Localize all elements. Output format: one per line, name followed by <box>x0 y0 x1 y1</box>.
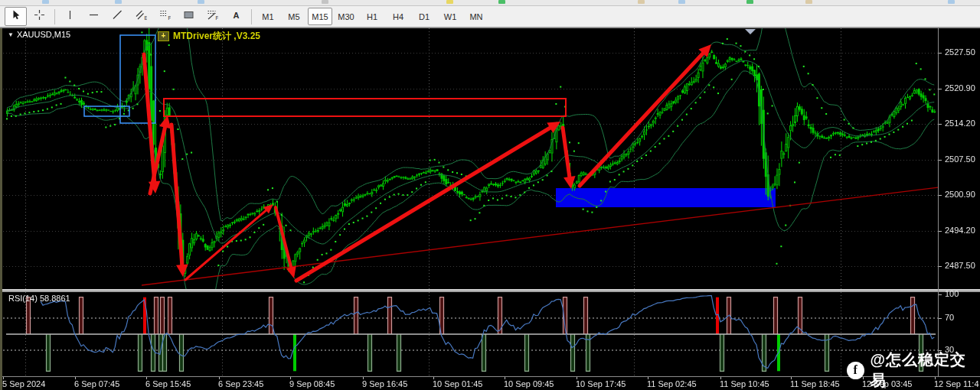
time-axis-tick <box>146 377 147 379</box>
time-axis-tick <box>577 377 577 379</box>
rsi-level-label: 100 <box>945 289 959 298</box>
toolbar-icon-fragment <box>638 0 645 4</box>
tool-cursor-button[interactable] <box>5 7 27 26</box>
price-axis-tick <box>939 53 942 54</box>
svg-text:A: A <box>234 11 240 20</box>
time-axis-tick <box>75 377 76 379</box>
svg-text:F: F <box>216 15 218 21</box>
toolbar-icon-fragment <box>805 0 812 4</box>
watermark: f @怎么稳定交易 <box>847 349 980 390</box>
tf-M5-button[interactable]: M5 <box>282 8 306 25</box>
toolbar-icon-fragment <box>746 0 753 4</box>
time-axis-tick <box>3 377 4 379</box>
main-chart-canvas[interactable] <box>0 28 938 290</box>
indicator-plus-icon[interactable]: + <box>158 31 169 41</box>
price-axis-label: 2514.20 <box>945 119 975 128</box>
trendline-icon <box>112 9 123 24</box>
time-axis-label: 11 Sep 10:45 <box>720 379 769 388</box>
tool-vline-button[interactable] <box>59 7 81 26</box>
tool-trendline-button[interactable] <box>106 7 129 26</box>
chart-symbol-label: ▼ XAUUSD,M15 <box>8 30 70 39</box>
time-axis-label: 11 Sep 02:45 <box>647 379 697 388</box>
price-axis-tick <box>939 195 942 196</box>
price-axis-tick <box>939 124 942 125</box>
window-left-edge <box>0 28 2 390</box>
time-axis-tick <box>290 377 291 379</box>
tf-M1-button[interactable]: M1 <box>256 8 280 25</box>
time-axis-label: 10 Sep 17:45 <box>576 379 626 388</box>
timeframe-button-group: M1M5M15M30H1H4D1W1MN <box>255 8 489 25</box>
tf-M15-button[interactable]: M15 <box>308 8 332 25</box>
price-axis-tick <box>939 231 942 232</box>
toolbar-icon-fragment <box>198 0 204 4</box>
tool-hline-button[interactable] <box>83 7 105 26</box>
tool-button-group: EFFA <box>4 7 255 26</box>
time-axis-tick <box>791 377 792 379</box>
fibo-channel-icon: F <box>207 9 218 24</box>
toolbar-icon-fragment <box>446 0 453 4</box>
tf-H1-button[interactable]: H1 <box>360 8 384 25</box>
time-axis-label: 6 Sep 23:45 <box>218 379 263 388</box>
rectangle-icon <box>183 9 194 24</box>
tf-M30-button[interactable]: M30 <box>334 8 358 25</box>
price-axis[interactable]: 2527.502520.902514.202507.502500.902494.… <box>938 28 980 376</box>
price-axis-label: 2487.50 <box>945 261 975 270</box>
facebook-icon: f <box>847 362 864 379</box>
tool-text-button[interactable]: A <box>225 7 247 26</box>
time-axis-label: 6 Sep 15:45 <box>145 379 191 388</box>
price-axis-label: 2507.50 <box>945 154 975 164</box>
rsi-level-label: 70 <box>945 313 954 322</box>
toolbar-icon-fragment <box>42 0 49 4</box>
price-axis-label: 2494.20 <box>945 226 975 235</box>
time-axis-label: 10 Sep 01:45 <box>433 379 482 388</box>
rsi-level-tick <box>939 318 942 319</box>
time-axis-tick <box>648 377 648 379</box>
tool-equidistant-channel-button[interactable]: E <box>130 7 152 26</box>
toolbar-separator <box>54 9 55 24</box>
price-axis-label: 2527.50 <box>945 47 975 57</box>
tf-MN-button[interactable]: MN <box>464 8 488 25</box>
hline-icon <box>88 9 100 24</box>
price-axis-label: 2500.90 <box>945 190 975 199</box>
time-axis-label: 11 Sep 18:45 <box>790 379 840 388</box>
rsi-indicator-canvas[interactable] <box>0 292 938 376</box>
cursor-icon <box>10 9 21 24</box>
indicator-name-label: MTDriver统计 ,V3.25 <box>173 30 260 43</box>
tf-W1-button[interactable]: W1 <box>438 8 462 25</box>
watermark-handle: @怎么稳定交易 <box>871 349 980 390</box>
tool-rectangle-button[interactable] <box>178 7 200 26</box>
equidistant-channel-icon: E <box>136 9 147 24</box>
price-axis-tick <box>939 89 942 89</box>
time-axis-label: 9 Sep 16:45 <box>362 379 407 388</box>
tf-D1-button[interactable]: D1 <box>412 8 436 25</box>
drawing-toolbar: EFFA M1M5M15M30H1H4D1W1MN <box>0 6 980 28</box>
time-axis-tick <box>219 377 220 379</box>
time-axis-tick <box>720 377 721 379</box>
toolbar-icon-fragment <box>115 0 122 4</box>
time-axis-label: 10 Sep 09:45 <box>504 379 554 388</box>
tool-crosshair-button[interactable] <box>28 7 51 26</box>
text-icon: A <box>230 9 242 24</box>
rsi-level-tick <box>939 294 942 295</box>
svg-text:F: F <box>168 15 171 21</box>
indicator-title: + MTDriver统计 ,V3.25 <box>158 30 260 43</box>
toolbar-icon-fragment <box>678 0 685 4</box>
price-axis-tick <box>939 160 942 161</box>
toolbar-icon-fragment <box>322 0 328 4</box>
time-axis-label: 9 Sep 08:45 <box>289 379 335 388</box>
price-axis-tick <box>939 266 942 267</box>
tool-fibo-channel-button[interactable]: F <box>201 7 224 26</box>
time-axis-tick <box>363 377 364 379</box>
toolbar-icon-fragment <box>948 0 955 4</box>
time-axis[interactable]: 5 Sep 20246 Sep 07:456 Sep 15:456 Sep 23… <box>0 377 980 390</box>
tf-H4-button[interactable]: H4 <box>386 8 410 25</box>
toolbar-icon-fragment <box>498 0 505 4</box>
chart-window: ▼ XAUUSD,M15 + MTDriver统计 ,V3.25 RSI(14)… <box>0 28 980 390</box>
symbol-text: XAUUSD,M15 <box>17 30 70 39</box>
rsi-value-label: RSI(14) 58.8861 <box>8 294 70 303</box>
price-axis-label: 2520.90 <box>945 83 975 93</box>
chart-collapse-icon[interactable]: ▼ <box>8 31 14 38</box>
time-axis-label: 5 Sep 2024 <box>2 379 45 388</box>
fibo-retracement-icon: F <box>159 9 171 24</box>
tool-fibo-retracement-button[interactable]: F <box>154 7 176 26</box>
